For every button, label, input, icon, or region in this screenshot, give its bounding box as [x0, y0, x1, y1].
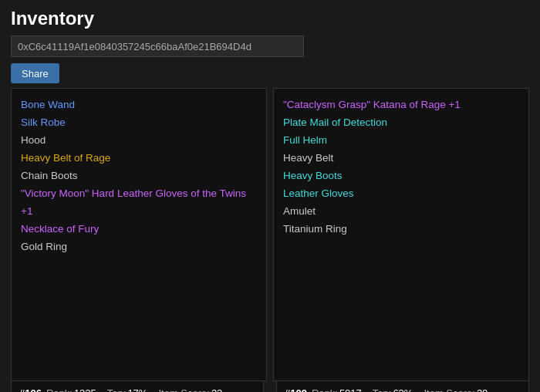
right-score-label: Item Score: — [424, 387, 474, 392]
list-item: Silk Robe — [21, 114, 257, 132]
right-inventory-panel: "Cataclysm Grasp" Katana of Rage +1Plate… — [273, 88, 529, 381]
list-item: Leather Gloves — [283, 185, 519, 203]
list-item: Bone Wand — [21, 96, 257, 114]
left-score-value: 22 — [211, 387, 222, 392]
list-item: "Victory Moon" Hard Leather Gloves of th… — [21, 185, 257, 221]
page-header: Inventory Share — [0, 0, 540, 88]
list-item: Plate Mail of Detection — [283, 114, 519, 132]
right-rank-num: #109 — [285, 387, 307, 392]
right-rank-label: Rank: — [312, 387, 338, 392]
left-rank-value: 1325 — [74, 387, 96, 392]
page-title: Inventory — [11, 8, 529, 29]
left-top-value: 17% — [127, 387, 147, 392]
list-item: Heavy Boots — [283, 167, 519, 185]
left-top-label: Top: — [107, 387, 127, 392]
share-button[interactable]: Share — [11, 63, 59, 83]
left-footer: #106 Rank: 1325 Top: 17% Item Score: 22 — [11, 381, 264, 392]
right-top-value: 63% — [393, 387, 413, 392]
inventories-row: Bone WandSilk RobeHoodHeavy Belt of Rage… — [0, 88, 540, 381]
list-item: Gold Ring — [21, 238, 257, 256]
left-rank-label: Rank: — [46, 387, 73, 392]
right-item-list: "Cataclysm Grasp" Katana of Rage +1Plate… — [283, 96, 519, 238]
left-rank-num: #106 — [19, 387, 42, 392]
list-item: "Cataclysm Grasp" Katana of Rage +1 — [283, 96, 519, 114]
right-score-value: 20 — [477, 387, 488, 392]
list-item: Titanium Ring — [283, 221, 519, 238]
hash-input[interactable] — [11, 35, 304, 57]
left-item-list: Bone WandSilk RobeHoodHeavy Belt of Rage… — [21, 96, 257, 255]
right-footer: #109 Rank: 5017 Top: 63% Item Score: 20 — [276, 381, 529, 392]
right-rank-value: 5017 — [339, 387, 362, 392]
left-score-label: Item Score: — [158, 387, 209, 392]
list-item: Amulet — [283, 203, 519, 221]
list-item: Chain Boots — [21, 167, 257, 185]
list-item: Heavy Belt — [283, 150, 519, 167]
list-item: Full Helm — [283, 132, 519, 150]
list-item: Hood — [21, 132, 257, 150]
list-item: Heavy Belt of Rage — [21, 150, 257, 167]
left-inventory-panel: Bone WandSilk RobeHoodHeavy Belt of Rage… — [11, 88, 267, 381]
list-item: Necklace of Fury — [21, 221, 257, 238]
footer-row: #106 Rank: 1325 Top: 17% Item Score: 22 … — [0, 381, 540, 392]
right-top-label: Top: — [373, 387, 392, 392]
